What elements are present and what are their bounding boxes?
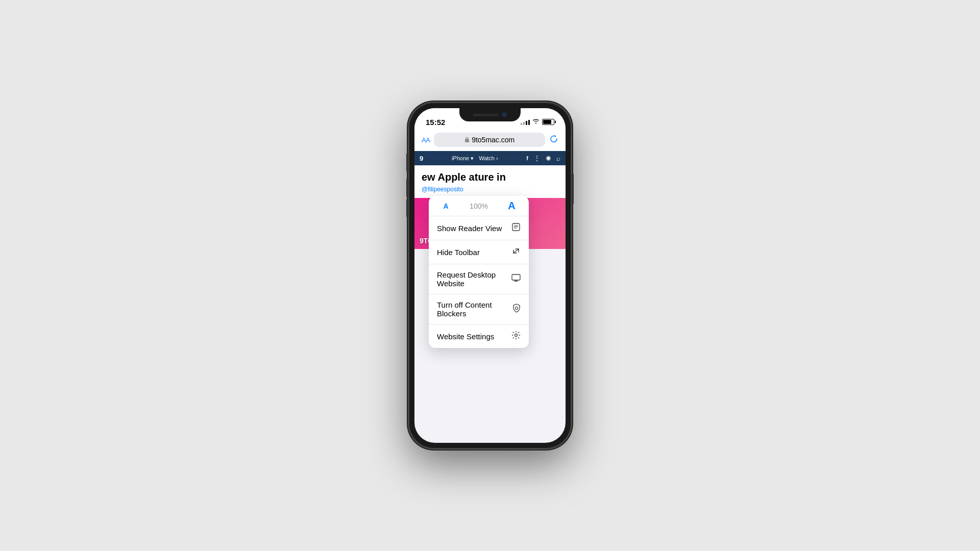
desktop-icon	[511, 274, 521, 284]
notch	[459, 108, 521, 121]
signal-bar-2	[523, 122, 525, 125]
signal-bar-4	[528, 120, 530, 125]
website-watch-nav[interactable]: iPhone ▾ Watch ›	[452, 155, 498, 162]
notch-speaker	[473, 114, 499, 116]
article-content: ew Apple ature in @filipeesposito	[414, 165, 566, 198]
reload-button[interactable]	[549, 134, 558, 146]
gear-icon	[511, 331, 521, 342]
notch-camera	[502, 112, 507, 117]
website-settings-item[interactable]: Website Settings	[429, 324, 529, 348]
article-title: ew Apple ature in	[422, 170, 558, 184]
watch-nav-item[interactable]: Watch ›	[479, 155, 498, 161]
url-text: 9to5mac.com	[472, 136, 514, 144]
status-icons	[521, 118, 554, 126]
iphone-nav-item[interactable]: iPhone ▾	[452, 155, 474, 162]
signal-bar-1	[521, 123, 522, 125]
more-icon[interactable]: ⋮	[533, 154, 541, 162]
hide-toolbar-label: Hide Toolbar	[437, 248, 480, 257]
lock-icon	[464, 136, 470, 143]
show-reader-view-item[interactable]: Show Reader View	[429, 216, 529, 240]
request-desktop-label: Request Desktop Website	[437, 270, 511, 288]
svg-point-8	[516, 307, 518, 310]
font-size-row: A 100% A	[429, 196, 529, 216]
website-nav-dark: 9 iPhone ▾ Watch › f ⋮ ✺ ⌕	[414, 151, 566, 165]
svg-rect-5	[512, 274, 520, 280]
url-field[interactable]: 9to5mac.com	[434, 133, 545, 147]
status-time: 15:52	[426, 118, 445, 127]
url-bar[interactable]: AA 9to5mac.com	[414, 131, 566, 151]
brightness-icon[interactable]: ✺	[546, 155, 551, 162]
reader-view-icon	[511, 222, 521, 234]
svg-point-11	[515, 334, 518, 337]
font-large-a-button[interactable]: A	[501, 200, 523, 212]
svg-rect-0	[465, 139, 469, 142]
facebook-icon[interactable]: f	[526, 155, 528, 161]
shield-icon	[512, 304, 521, 315]
phone-screen: 15:52	[414, 108, 566, 443]
battery-icon	[542, 119, 554, 125]
main-area: 9 iPhone ▾ Watch › f ⋮ ✺ ⌕ ew Apple atur…	[414, 151, 566, 443]
show-reader-view-label: Show Reader View	[437, 224, 502, 233]
turn-off-content-blockers-label: Turn off Content Blockers	[437, 300, 512, 318]
font-size-aa-button[interactable]: AA	[422, 136, 430, 144]
wifi-icon	[532, 118, 540, 126]
search-icon[interactable]: ⌕	[556, 155, 560, 162]
hide-toolbar-icon	[511, 246, 521, 258]
font-small-a-button[interactable]: A	[435, 202, 457, 210]
turn-off-content-blockers-item[interactable]: Turn off Content Blockers	[429, 294, 529, 324]
signal-bars-icon	[521, 119, 530, 125]
font-percent-display: 100%	[457, 202, 501, 210]
website-settings-label: Website Settings	[437, 332, 494, 341]
request-desktop-item[interactable]: Request Desktop Website	[429, 264, 529, 294]
article-author[interactable]: @filipeesposito	[422, 186, 558, 193]
website-nav-9: 9	[420, 155, 423, 162]
battery-fill	[543, 120, 551, 124]
website-nav-icons: f ⋮ ✺ ⌕	[526, 154, 560, 162]
hide-toolbar-item[interactable]: Hide Toolbar	[429, 240, 529, 264]
font-popup: A 100% A Show Reader View	[429, 196, 529, 348]
screen-content: 15:52	[414, 108, 566, 443]
phone-wrapper: 15:52	[408, 102, 572, 449]
signal-bar-3	[526, 121, 527, 125]
